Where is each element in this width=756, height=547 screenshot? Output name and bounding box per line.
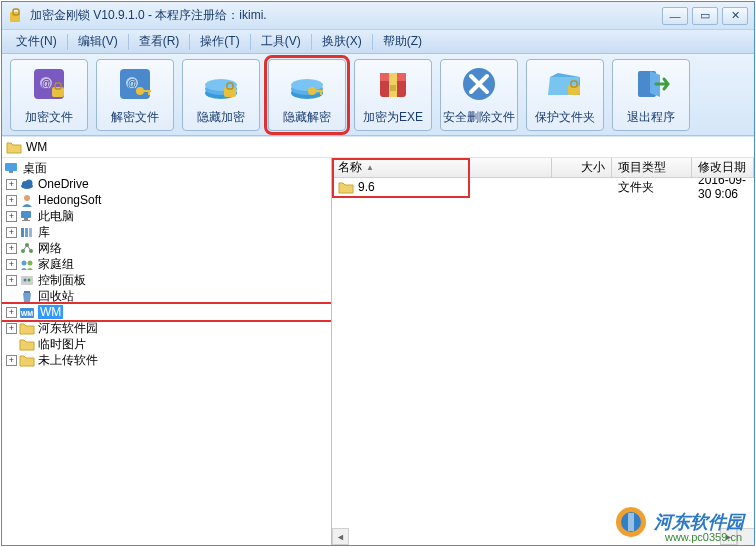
tree-label: 河东软件园 — [38, 320, 98, 337]
svg-text:@: @ — [127, 78, 137, 89]
expander-icon[interactable]: + — [6, 243, 17, 254]
expander-icon[interactable]: + — [6, 227, 17, 238]
list-row[interactable]: 9.6文件夹2016-09-30 9:06 — [332, 178, 754, 196]
svg-rect-23 — [320, 90, 322, 95]
folder-icon — [19, 337, 35, 351]
tree-item[interactable]: +OneDrive — [2, 176, 331, 192]
toolbar-secure-delete[interactable]: 安全删除文件 — [440, 59, 518, 131]
toolbar-protect-folder[interactable]: 保护文件夹 — [526, 59, 604, 131]
window-title: 加密金刚锁 V10.9.1.0 - 本程序注册给：ikimi. — [30, 7, 662, 24]
tree-item[interactable]: +HedongSoft — [2, 192, 331, 208]
sort-asc-icon: ▲ — [366, 163, 374, 172]
maximize-button[interactable]: ▭ — [692, 7, 718, 25]
tree-label: 桌面 — [23, 160, 47, 177]
library-icon — [19, 225, 35, 239]
expander-icon[interactable]: + — [6, 179, 17, 190]
tree-item[interactable]: +未上传软件 — [2, 352, 331, 368]
tree-item[interactable]: 临时图片 — [2, 336, 331, 352]
expander-icon[interactable]: + — [6, 195, 17, 206]
folder-wm-icon: WM — [19, 305, 35, 319]
toolbar-label: 保护文件夹 — [535, 109, 595, 126]
close-button[interactable]: ✕ — [722, 7, 748, 25]
app-icon — [8, 8, 24, 24]
toolbar-encrypt-file[interactable]: @ 加密文件 — [10, 59, 88, 131]
delete-icon — [458, 63, 500, 105]
svg-point-20 — [291, 79, 323, 91]
toolbar-exit[interactable]: 退出程序 — [612, 59, 690, 131]
menu-view[interactable]: 查看(R) — [131, 33, 188, 50]
svg-point-51 — [28, 279, 31, 282]
tree-item[interactable]: +此电脑 — [2, 208, 331, 224]
col-size[interactable]: 大小 — [552, 158, 612, 177]
toolbar-encrypt-exe[interactable]: 加密为EXE — [354, 59, 432, 131]
tree-label: WM — [38, 305, 63, 319]
col-type[interactable]: 项目类型 — [612, 158, 692, 177]
control-icon — [19, 273, 35, 287]
tree-item[interactable]: +河东软件园 — [2, 320, 331, 336]
tree-item[interactable]: +库 — [2, 224, 331, 240]
menu-file[interactable]: 文件(N) — [8, 33, 65, 50]
network-icon — [19, 241, 35, 255]
toolbar-decrypt-file[interactable]: @ 解密文件 — [96, 59, 174, 131]
tree-root-desktop[interactable]: 桌面 — [2, 160, 331, 176]
book-lock-icon: @ — [28, 63, 70, 105]
minimize-button[interactable]: — — [662, 7, 688, 25]
menu-help[interactable]: 帮助(Z) — [375, 33, 430, 50]
tree-item[interactable]: +家庭组 — [2, 256, 331, 272]
toolbar-hide-decrypt[interactable]: 隐藏解密 — [268, 59, 346, 131]
expander-icon[interactable]: + — [6, 307, 17, 318]
folder-icon — [338, 180, 354, 194]
tree-label: 回收站 — [38, 288, 74, 305]
desktop-icon — [4, 161, 20, 175]
menu-tools[interactable]: 工具(V) — [253, 33, 309, 50]
expander-icon[interactable]: + — [6, 275, 17, 286]
path-text: WM — [26, 140, 47, 154]
tree-pane[interactable]: 桌面 +OneDrive+HedongSoft+此电脑+库+网络+家庭组+控制面… — [2, 158, 332, 545]
recycle-icon — [19, 289, 35, 303]
scroll-left[interactable]: ◄ — [332, 528, 349, 545]
svg-rect-42 — [25, 228, 28, 237]
exit-icon — [630, 63, 672, 105]
tree-label: 网络 — [38, 240, 62, 257]
tree-item[interactable]: +WMWM — [2, 304, 331, 320]
tree-item[interactable]: 回收站 — [2, 288, 331, 304]
expander-icon[interactable]: + — [6, 323, 17, 334]
svg-text:@: @ — [41, 78, 51, 89]
tree-label: 控制面板 — [38, 272, 86, 289]
row-name: 9.6 — [358, 180, 375, 194]
svg-point-21 — [308, 87, 316, 95]
toolbar-label: 加密文件 — [25, 109, 73, 126]
expander-icon[interactable]: + — [6, 355, 17, 366]
toolbar-hide-encrypt[interactable]: 隐藏加密 — [182, 59, 260, 131]
svg-point-37 — [24, 195, 30, 201]
content-area: 桌面 +OneDrive+HedongSoft+此电脑+库+网络+家庭组+控制面… — [2, 158, 754, 545]
scroll-right[interactable]: ► — [720, 528, 737, 545]
tree-item[interactable]: +网络 — [2, 240, 331, 256]
tree-label: HedongSoft — [38, 193, 101, 207]
tree-item[interactable]: +控制面板 — [2, 272, 331, 288]
svg-point-10 — [136, 87, 144, 95]
tree-label: 库 — [38, 224, 50, 241]
list-pane: 名称▲ 大小 项目类型 修改日期 9.6文件夹2016-09-30 9:06 ◄… — [332, 158, 754, 545]
scroll-corner — [737, 528, 754, 545]
tree-label: 临时图片 — [38, 336, 86, 353]
menu-skin[interactable]: 换肤(X) — [314, 33, 370, 50]
folder-icon — [19, 321, 35, 335]
folder-icon — [19, 353, 35, 367]
menu-edit[interactable]: 编辑(V) — [70, 33, 126, 50]
toolbar-label: 加密为EXE — [363, 109, 423, 126]
expander-icon[interactable]: + — [6, 211, 17, 222]
book-key-icon: @ — [114, 63, 156, 105]
window-controls: — ▭ ✕ — [662, 7, 748, 25]
svg-rect-40 — [22, 220, 30, 221]
user-icon — [19, 193, 35, 207]
tree-label: 未上传软件 — [38, 352, 98, 369]
row-date: 2016-09-30 9:06 — [692, 178, 754, 201]
svg-rect-39 — [24, 218, 28, 220]
titlebar: 加密金刚锁 V10.9.1.0 - 本程序注册给：ikimi. — ▭ ✕ — [2, 2, 754, 30]
expander-icon[interactable]: + — [6, 259, 17, 270]
col-name[interactable]: 名称▲ — [332, 158, 552, 177]
menu-operate[interactable]: 操作(T) — [192, 33, 247, 50]
list-body[interactable]: 9.6文件夹2016-09-30 9:06 — [332, 178, 754, 545]
col-date[interactable]: 修改日期 — [692, 158, 754, 177]
